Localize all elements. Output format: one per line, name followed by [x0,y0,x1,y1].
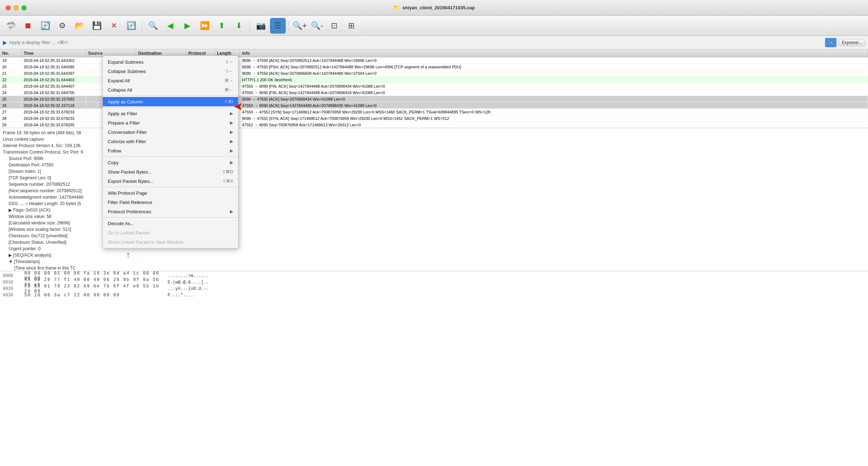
menu-item-label: Show Packet Bytes... [108,169,222,175]
stop-capture-button[interactable]: ⏹ [20,18,36,34]
hex-rows-container: 0000 00 00 00 01 00 06 fa 16 3e 6d a4 1c… [3,273,865,298]
menu-item[interactable]: Decode As... [103,219,238,228]
menu-item[interactable]: Export Packet Bytes...⇧⌘X [103,176,238,186]
menu-item[interactable]: Prepare a Filter▶ [103,118,238,127]
menu-item-label: Copy [108,160,230,165]
save-file-button[interactable]: 💾 [89,18,105,34]
submenu-arrow-icon: ▶ [230,148,233,153]
menu-item-label: Expand Subtrees [108,59,225,65]
menu-item: Show Linked Packet in New Window [103,237,238,247]
preferences-button[interactable]: ⚙ [54,18,70,34]
zoom-normal-button[interactable]: ⊡ [326,18,342,34]
menu-item-label: Export Packet Bytes... [108,179,222,184]
annotation-arrow: ➤ [233,99,243,113]
menu-separator [103,156,238,157]
menu-item-label: Follow [108,148,230,154]
menu-item-label: Protocol Preferences [108,209,230,214]
list-item: 0020 c0 a8 01 79 23 82 b9 be 7b 6f 4f e0… [3,286,865,292]
col-header-no: No. [0,49,21,57]
menu-item[interactable]: Copy▶ [103,158,238,167]
submenu-arrow-icon: ▶ [230,160,233,165]
resize-columns-button[interactable]: ⊞ [343,18,359,34]
menu-item-label: Show Linked Packet in New Window [108,239,233,245]
auto-scroll-button[interactable]: ☰ [270,18,286,34]
title-bar: 📁 shiyan_client_201904171035.cap [0,0,868,16]
menu-item[interactable]: Colorize with Filter▶ [103,137,238,146]
zoom-in-button[interactable]: 🔍+ [292,18,308,34]
color-rules-button[interactable]: 📷 [253,18,269,34]
toolbar-separator-1 [142,20,142,31]
menu-item[interactable]: Expand All⌘→ [103,76,238,85]
window-controls [6,5,26,10]
menu-item-label: Apply as Column [108,99,224,105]
annotation-arrow-bottom: ↑ [126,250,130,260]
menu-shortcut: ⇧← [225,69,233,74]
submenu-arrow-icon: ▶ [230,130,233,135]
menu-item-label: Decode As... [108,221,233,226]
maximize-window-button[interactable] [21,5,26,10]
menu-separator [103,96,238,96]
menu-shortcut: ⌘← [225,87,233,92]
zoom-out-button[interactable]: 🔍- [309,18,325,34]
filter-input[interactable] [9,38,823,47]
menu-item-label: Expand All [108,78,225,83]
menu-separator [103,217,238,218]
menu-item[interactable]: Follow▶ [103,146,238,155]
menu-shortcut: ⌘→ [225,78,233,83]
filter-apply-button[interactable]: → [825,38,836,47]
menu-item[interactable]: Apply as Filter▶ [103,109,238,118]
reload-file-button[interactable]: 🔃 [123,18,139,34]
col-header-time: Time [21,49,86,57]
hex-dump: 0000 00 00 00 01 00 06 fa 16 3e 6d a4 1c… [0,271,868,466]
minimize-window-button[interactable] [14,5,19,10]
wireshark-icon[interactable]: 🦈 [3,18,19,34]
filter-icon: ▶ [3,40,7,45]
menu-item[interactable]: Protocol Preferences▶ [103,207,238,216]
submenu-arrow-icon: ▶ [230,209,233,214]
list-item: 0030 50 10 00 3a c7 22 00 00 00 00 P..:.… [3,292,865,298]
menu-separator [103,187,238,187]
menu-item[interactable]: Apply as Column⇧⌘I [103,97,238,106]
menu-item[interactable]: Wiki Protocol Page [103,188,238,198]
close-window-button[interactable] [6,5,11,10]
submenu-arrow-icon: ▶ [230,139,233,144]
menu-shortcut: ⇧→ [225,59,233,64]
go-last-button[interactable]: ⬇ [231,18,247,34]
menu-item-label: Filter Field Reference [108,200,233,205]
open-file-button[interactable]: 📂 [72,18,87,34]
jump-button[interactable]: ⏩ [197,18,212,34]
go-back-button[interactable]: ◀ [162,18,178,34]
menu-item-label: Collapse Subtrees [108,69,225,74]
restart-capture-button[interactable]: 🔄 [37,18,53,34]
expression-button[interactable]: Expressi... [839,39,865,46]
menu-shortcut: ⇧⌘O [222,169,233,174]
list-item[interactable]: [Time since first frame in this TC [0,265,868,271]
menu-item: Go to Linked Packet [103,228,238,237]
menu-item[interactable]: Conversation Filter▶ [103,127,238,137]
menu-item[interactable]: Show Packet Bytes...⇧⌘O [103,167,238,176]
file-icon: 📁 [393,4,400,11]
menu-item-label: Go to Linked Packet [108,230,233,236]
window-title: 📁 shiyan_client_201904171035.cap [393,4,475,11]
menu-item-label: Wiki Protocol Page [108,190,233,196]
toolbar-separator-3 [289,20,289,31]
find-packet-button[interactable]: 🔍 [145,18,161,34]
menu-item[interactable]: Expand Subtrees⇧→ [103,57,238,67]
menu-item-label: Apply as Filter [108,111,230,116]
go-forward-button[interactable]: ▶ [179,18,195,34]
context-menu: Expand Subtrees⇧→Collapse Subtrees⇧←Expa… [102,55,238,248]
toolbar-separator-2 [250,20,250,31]
main-toolbar: 🦈 ⏹ 🔄 ⚙ 📂 💾 ✕ 🔃 🔍 ◀ ▶ ⏩ ⬆ ⬇ 📷 ☰ 🔍+ 🔍- ⊡ … [0,16,868,36]
menu-item[interactable]: Filter Field Reference [103,198,238,207]
go-first-button[interactable]: ⬆ [214,18,230,34]
close-file-button[interactable]: ✕ [106,18,122,34]
title-text: shiyan_client_201904171035.cap [402,5,475,10]
menu-item-label: Prepare a Filter [108,120,230,126]
menu-separator [103,107,238,108]
menu-item[interactable]: Collapse Subtrees⇧← [103,67,238,76]
submenu-arrow-icon: ▶ [230,111,233,116]
menu-item-label: Conversation Filter [108,130,230,135]
menu-shortcut: ⇧⌘I [224,99,233,104]
menu-shortcut: ⇧⌘X [222,179,233,184]
menu-item[interactable]: Collapse All⌘← [103,85,238,94]
